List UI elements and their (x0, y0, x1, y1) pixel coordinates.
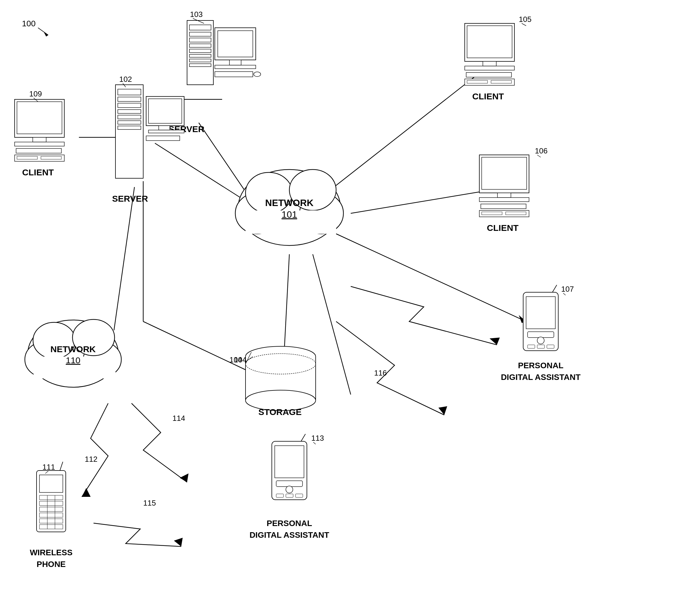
svg-rect-70 (33, 138, 46, 142)
svg-marker-16 (438, 406, 447, 415)
svg-text:109: 109 (29, 89, 42, 98)
svg-text:102: 102 (119, 75, 132, 84)
svg-rect-62 (159, 126, 170, 130)
svg-rect-83 (466, 72, 512, 77)
svg-marker-13 (82, 488, 90, 497)
svg-rect-59 (118, 126, 141, 129)
svg-text:DIGITAL ASSISTANT: DIGITAL ASSISTANT (501, 373, 581, 382)
svg-line-4 (330, 73, 479, 190)
svg-line-11 (313, 254, 351, 395)
svg-text:DIGITAL ASSISTANT: DIGITAL ASSISTANT (250, 530, 329, 540)
svg-text:116: 116 (374, 369, 387, 377)
svg-rect-97 (506, 212, 526, 215)
svg-marker-14 (180, 474, 188, 482)
svg-marker-15 (174, 538, 183, 546)
svg-line-117 (552, 285, 557, 292)
svg-rect-116 (547, 345, 554, 348)
svg-text:107: 107 (561, 285, 574, 293)
svg-line-131 (313, 442, 316, 444)
svg-rect-40 (189, 54, 211, 57)
svg-rect-47 (215, 71, 253, 77)
svg-line-12 (114, 187, 135, 330)
svg-text:NETWORK: NETWORK (265, 197, 313, 208)
svg-text:103: 103 (190, 10, 203, 19)
svg-rect-74 (17, 156, 37, 159)
svg-rect-45 (229, 60, 241, 65)
svg-rect-127 (286, 494, 293, 497)
svg-rect-53 (118, 89, 141, 95)
svg-line-88 (522, 23, 526, 26)
svg-text:SERVER: SERVER (112, 194, 148, 203)
svg-line-3 (155, 143, 251, 205)
svg-text:PERSONAL: PERSONAL (267, 519, 312, 528)
svg-rect-123 (275, 446, 304, 478)
svg-line-129 (301, 434, 305, 441)
svg-line-99 (537, 155, 541, 157)
svg-rect-55 (118, 103, 141, 108)
svg-rect-58 (118, 121, 141, 124)
svg-text:STORAGE: STORAGE (259, 407, 302, 417)
svg-rect-91 (482, 157, 527, 189)
svg-line-144 (60, 462, 63, 470)
svg-rect-114 (528, 345, 535, 348)
svg-text:PERSONAL: PERSONAL (518, 361, 563, 370)
svg-text:104: 104 (229, 355, 242, 364)
svg-point-125 (286, 486, 293, 493)
svg-rect-72 (16, 148, 61, 153)
svg-point-48 (254, 72, 261, 77)
diagram-container: NETWORK 101 NETWORK 110 (0, 0, 700, 607)
svg-rect-124 (276, 481, 303, 487)
svg-rect-140 (39, 519, 63, 523)
svg-rect-128 (295, 494, 303, 497)
svg-rect-57 (118, 115, 141, 119)
svg-rect-36 (189, 32, 211, 36)
svg-rect-126 (276, 494, 284, 497)
svg-text:110: 110 (66, 355, 80, 365)
svg-rect-81 (483, 61, 496, 66)
svg-rect-46 (215, 65, 256, 69)
svg-rect-37 (189, 38, 211, 42)
svg-line-9 (336, 234, 526, 321)
svg-rect-63 (148, 130, 184, 133)
svg-rect-115 (537, 345, 544, 348)
svg-rect-94 (481, 204, 526, 209)
svg-text:PHONE: PHONE (37, 560, 66, 569)
svg-rect-111 (526, 297, 555, 329)
svg-rect-139 (39, 513, 63, 517)
svg-text:WIRELESS: WIRELESS (30, 548, 73, 557)
svg-line-119 (563, 293, 565, 295)
svg-marker-17 (490, 338, 500, 345)
svg-rect-61 (148, 99, 182, 123)
svg-rect-44 (218, 31, 253, 57)
svg-rect-82 (465, 66, 514, 70)
svg-line-150 (38, 28, 48, 35)
svg-text:CLIENT: CLIENT (22, 167, 54, 177)
svg-rect-54 (118, 97, 141, 101)
svg-rect-93 (479, 197, 529, 202)
svg-line-5 (351, 190, 491, 213)
svg-rect-80 (467, 26, 512, 58)
svg-point-113 (537, 337, 544, 344)
svg-rect-137 (39, 501, 63, 506)
svg-text:106: 106 (535, 146, 548, 155)
svg-rect-141 (39, 525, 63, 529)
svg-text:100: 100 (22, 19, 36, 28)
svg-text:111: 111 (42, 463, 55, 472)
svg-text:101: 101 (282, 209, 297, 220)
svg-text:NETWORK: NETWORK (50, 344, 96, 354)
svg-text:115: 115 (143, 499, 156, 507)
svg-rect-92 (497, 193, 511, 197)
svg-rect-71 (15, 142, 64, 146)
svg-text:114: 114 (172, 414, 185, 423)
svg-rect-56 (118, 110, 141, 113)
svg-text:CLIENT: CLIENT (487, 223, 518, 233)
svg-rect-42 (189, 64, 211, 67)
svg-rect-41 (189, 59, 211, 62)
svg-text:CLIENT: CLIENT (472, 91, 504, 101)
svg-rect-96 (482, 212, 502, 215)
svg-rect-39 (189, 49, 211, 53)
svg-rect-35 (189, 25, 211, 30)
svg-rect-69 (17, 102, 62, 134)
svg-rect-112 (528, 332, 554, 338)
svg-rect-75 (41, 156, 61, 159)
